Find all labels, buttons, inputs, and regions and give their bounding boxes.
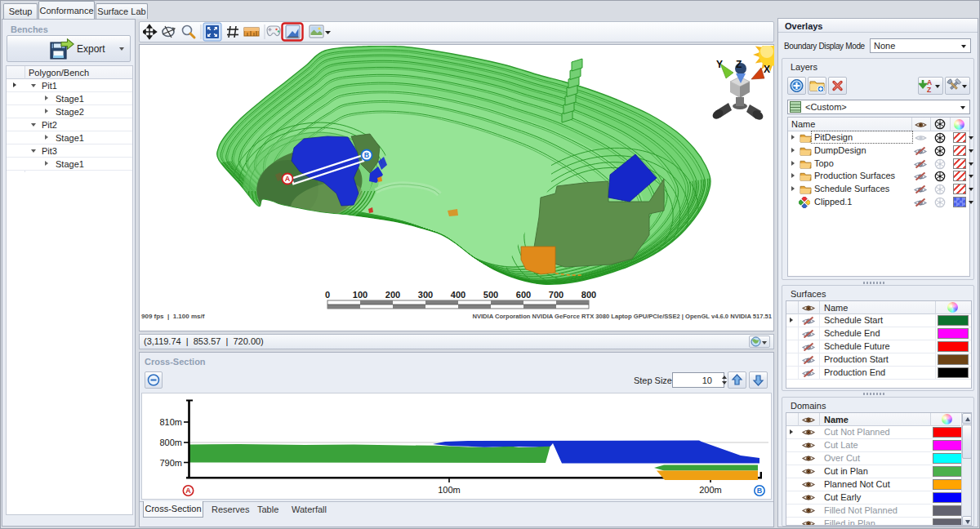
svg-text:200m: 200m: [699, 485, 722, 495]
svg-text:600: 600: [516, 290, 531, 300]
svg-text:100m: 100m: [438, 485, 461, 495]
svg-text:A: A: [285, 175, 291, 183]
svg-text:300: 300: [418, 290, 433, 300]
svg-text:200: 200: [385, 290, 400, 300]
svg-text:X: X: [764, 64, 770, 75]
svg-text:800: 800: [581, 290, 596, 300]
svg-text:790m: 790m: [159, 458, 182, 468]
svg-text:0: 0: [325, 290, 330, 300]
svg-text:500: 500: [483, 290, 498, 300]
svg-text:B: B: [364, 151, 370, 159]
svg-text:B: B: [757, 487, 763, 495]
svg-text:Z: Z: [736, 59, 742, 70]
svg-text:100: 100: [353, 290, 368, 300]
svg-text:810m: 810m: [159, 417, 182, 427]
svg-text:400: 400: [451, 290, 466, 300]
svg-text:Y: Y: [716, 59, 723, 70]
svg-text:Z: Z: [927, 86, 931, 94]
svg-text:700: 700: [549, 290, 564, 300]
svg-text:A: A: [185, 487, 191, 495]
svg-text:800m: 800m: [159, 438, 182, 447]
